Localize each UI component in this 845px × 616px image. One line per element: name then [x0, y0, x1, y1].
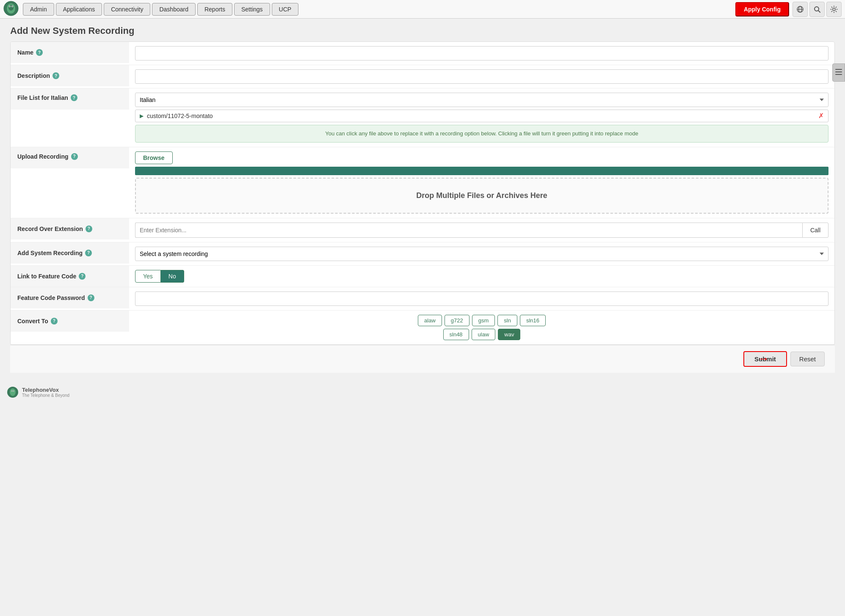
- link-feature-label: Link to Feature Code ?: [11, 266, 129, 287]
- file-list-label: File List for Italian ?: [11, 88, 129, 110]
- no-toggle[interactable]: No: [161, 270, 184, 283]
- yes-toggle[interactable]: Yes: [135, 270, 161, 283]
- svg-point-21: [13, 390, 14, 391]
- file-item[interactable]: ▶ custom/11072-5-montato ✗: [135, 110, 828, 122]
- file-info-box: You can click any file above to replace …: [135, 125, 828, 143]
- convert-alaw[interactable]: alaw: [418, 315, 442, 326]
- description-label: Description ?: [11, 65, 129, 86]
- record-extension-field: Call: [129, 218, 834, 242]
- settings-icon[interactable]: [826, 2, 842, 17]
- name-label: Name ?: [11, 42, 129, 63]
- convert-sln[interactable]: sln: [497, 315, 517, 326]
- feature-password-help-icon[interactable]: ?: [88, 294, 94, 301]
- nav-ucp[interactable]: UCP: [272, 3, 299, 16]
- nav-applications[interactable]: Applications: [56, 3, 102, 16]
- svg-point-17: [10, 388, 16, 396]
- svg-point-20: [11, 390, 12, 391]
- top-navigation: Admin Applications Connectivity Dashboar…: [0, 0, 845, 19]
- convert-sln48[interactable]: sln48: [443, 329, 469, 340]
- svg-point-5: [9, 6, 10, 7]
- language-select-wrapper: Italian: [135, 93, 828, 107]
- nav-dashboard[interactable]: Dashboard: [152, 3, 196, 16]
- upload-label: Upload Recording ?: [11, 147, 129, 168]
- yes-no-toggle: Yes No: [135, 270, 184, 283]
- convert-gsm[interactable]: gsm: [472, 315, 495, 326]
- language-icon[interactable]: [793, 2, 808, 17]
- upload-recording-row: Upload Recording ? Browse Drop Multiple …: [11, 147, 834, 218]
- record-extension-row: Record Over Extension ? Call: [11, 218, 834, 242]
- convert-g722[interactable]: g722: [445, 315, 469, 326]
- description-field: [129, 65, 834, 88]
- feature-password-label: Feature Code Password ?: [11, 287, 129, 308]
- feature-password-field: [129, 287, 834, 310]
- convert-wav[interactable]: wav: [498, 329, 520, 340]
- extension-input-group: Call: [135, 223, 828, 238]
- svg-point-2: [8, 5, 14, 11]
- system-recording-select[interactable]: Select a system recording: [135, 247, 828, 261]
- remove-file-icon[interactable]: ✗: [818, 113, 824, 119]
- brand-logo: [7, 386, 19, 398]
- convert-ulaw[interactable]: ulaw: [472, 329, 496, 340]
- description-help-icon[interactable]: ?: [52, 72, 59, 79]
- apply-config-button[interactable]: Apply Config: [735, 2, 789, 16]
- link-feature-field: Yes No: [129, 266, 834, 287]
- main-content: Name ? Description ? File List for Itali…: [0, 41, 845, 383]
- convert-row: Convert To ? alaw g722 gsm sln sln16 sln…: [11, 311, 834, 344]
- play-icon: ▶: [140, 113, 144, 119]
- language-select[interactable]: Italian: [135, 93, 828, 107]
- svg-line-11: [818, 11, 820, 12]
- file-list-help-icon[interactable]: ?: [71, 94, 77, 101]
- name-row: Name ?: [11, 42, 834, 65]
- reset-button[interactable]: Reset: [790, 352, 825, 366]
- svg-rect-14: [835, 72, 842, 72]
- link-feature-help-icon[interactable]: ?: [79, 273, 86, 280]
- name-input[interactable]: [135, 46, 828, 60]
- file-name: custom/11072-5-montato: [147, 113, 815, 119]
- form-card: Name ? Description ? File List for Itali…: [10, 41, 835, 345]
- arrow-indicator: →: [757, 352, 769, 366]
- svg-rect-15: [835, 74, 842, 75]
- nav-icon-group: [793, 2, 842, 17]
- convert-sln16[interactable]: sln16: [520, 315, 546, 326]
- feature-password-input[interactable]: [135, 292, 828, 306]
- file-list-row: File List for Italian ? Italian ▶ custom…: [11, 88, 834, 147]
- add-recording-help-icon[interactable]: ?: [85, 250, 92, 256]
- search-icon[interactable]: [809, 2, 825, 17]
- file-list-field: Italian ▶ custom/11072-5-montato ✗ You c…: [129, 88, 834, 147]
- add-recording-field: Select a system recording: [129, 242, 834, 265]
- convert-row-2: sln48 ulaw wav: [443, 329, 521, 340]
- brand-name: TelephoneVox The Telephone & Beyond: [22, 387, 69, 398]
- sidebar-toggle[interactable]: [832, 63, 845, 82]
- system-recording-select-wrapper: Select a system recording: [135, 247, 828, 261]
- nav-settings[interactable]: Settings: [234, 3, 270, 16]
- nav-admin[interactable]: Admin: [23, 3, 54, 16]
- convert-label: Convert To ?: [11, 311, 129, 332]
- nav-reports[interactable]: Reports: [197, 3, 232, 16]
- convert-help-icon[interactable]: ?: [51, 318, 58, 324]
- convert-row-1: alaw g722 gsm sln sln16: [418, 315, 546, 326]
- feature-password-row: Feature Code Password ?: [11, 287, 834, 311]
- description-row: Description ?: [11, 65, 834, 88]
- description-input[interactable]: [135, 69, 828, 84]
- name-field: [129, 42, 834, 65]
- svg-point-6: [12, 6, 13, 7]
- add-system-recording-row: Add System Recording ? Select a system r…: [11, 242, 834, 266]
- nav-connectivity[interactable]: Connectivity: [104, 3, 150, 16]
- form-actions: → Submit Reset: [10, 345, 835, 373]
- brand-footer: TelephoneVox The Telephone & Beyond: [0, 383, 845, 402]
- upload-field: Browse Drop Multiple Files or Archives H…: [129, 147, 834, 218]
- extension-input[interactable]: [135, 223, 802, 238]
- drop-zone[interactable]: Drop Multiple Files or Archives Here: [135, 178, 828, 214]
- upload-help-icon[interactable]: ?: [71, 153, 78, 160]
- convert-field: alaw g722 gsm sln sln16 sln48 ulaw wav: [129, 311, 834, 344]
- svg-point-12: [833, 8, 835, 11]
- record-extension-label: Record Over Extension ?: [11, 218, 129, 239]
- call-button[interactable]: Call: [802, 223, 828, 238]
- upload-progress-bar: [135, 167, 828, 175]
- link-feature-row: Link to Feature Code ? Yes No: [11, 266, 834, 287]
- add-system-recording-label: Add System Recording ?: [11, 242, 129, 264]
- browse-button[interactable]: Browse: [135, 151, 173, 164]
- logo: [3, 1, 19, 17]
- record-extension-help-icon[interactable]: ?: [86, 226, 92, 232]
- name-help-icon[interactable]: ?: [36, 49, 43, 56]
